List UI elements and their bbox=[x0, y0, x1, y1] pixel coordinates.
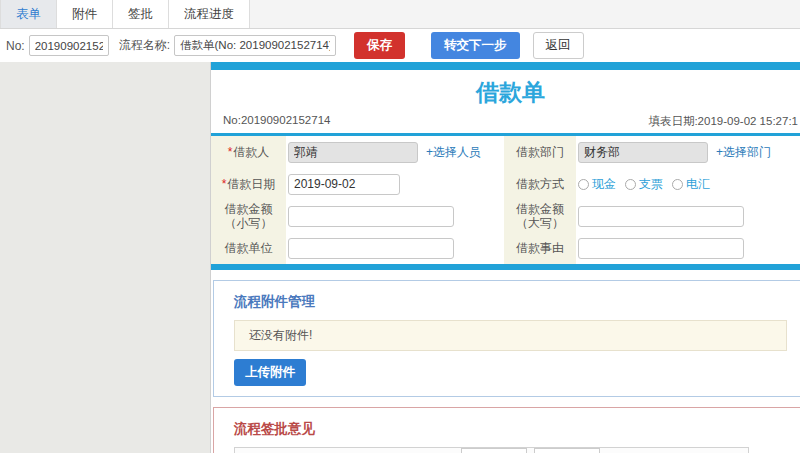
no-attachment-notice: 还没有附件! bbox=[234, 320, 787, 351]
top-accent-bar bbox=[211, 62, 800, 70]
approval-heading: 流程签批意见 bbox=[234, 420, 787, 438]
select-department-link[interactable]: +选择部门 bbox=[716, 144, 771, 161]
department-label: 借款部门 bbox=[504, 136, 576, 168]
flow-name-input[interactable] bbox=[174, 35, 336, 56]
radio-icon[interactable] bbox=[625, 179, 636, 190]
tab-attachments[interactable]: 附件 bbox=[57, 0, 113, 28]
loan-date-input[interactable] bbox=[288, 174, 400, 195]
loan-method-radios: 现金 支票 电汇 bbox=[578, 176, 710, 193]
save-button[interactable]: 保存 bbox=[354, 32, 405, 59]
required-mark: * bbox=[228, 145, 233, 159]
borrower-input[interactable] bbox=[288, 142, 418, 163]
loan-unit-label: 借款单位 bbox=[211, 232, 286, 264]
tab-bar: 表单 附件 签批 流程进度 bbox=[0, 0, 800, 29]
radio-cheque[interactable]: 支票 bbox=[625, 176, 663, 193]
tab-approval[interactable]: 签批 bbox=[113, 0, 169, 28]
page-title: 借款单 bbox=[211, 70, 800, 112]
command-bar: No: 流程名称: 保存 转交下一步 返回 bbox=[0, 29, 800, 62]
form-meta-row: No:20190902152714 填表日期:2019-09-02 15:27:… bbox=[211, 112, 800, 133]
approval-section: 流程签批意见 B I abc A ∞ ∞ ⚑ ≣ ≣ ⇤ ⇥ ” 样式 bbox=[213, 407, 800, 453]
loan-unit-input[interactable] bbox=[288, 238, 454, 259]
next-step-button[interactable]: 转交下一步 bbox=[431, 32, 520, 59]
amount-lower-input[interactable] bbox=[288, 206, 454, 227]
loan-reason-input[interactable] bbox=[578, 238, 744, 259]
back-button[interactable]: 返回 bbox=[533, 32, 584, 59]
bottom-accent-bar bbox=[211, 264, 800, 270]
loan-form-panel: 借款单 No:20190902152714 填表日期:2019-09-02 15… bbox=[210, 62, 800, 453]
form-date-text: 填表日期:2019-09-02 15:27:1 bbox=[648, 114, 798, 129]
tab-form[interactable]: 表单 bbox=[0, 0, 57, 28]
select-person-link[interactable]: +选择人员 bbox=[426, 144, 481, 161]
loan-method-label: 借款方式 bbox=[504, 168, 576, 200]
flow-name-label: 流程名称: bbox=[119, 37, 170, 54]
format-dropdown[interactable]: 格式 ▼ bbox=[534, 448, 600, 453]
radio-cash[interactable]: 现金 bbox=[578, 176, 616, 193]
borrower-label: *借款人 bbox=[211, 136, 286, 168]
amount-lower-label: 借款金额（小写） bbox=[211, 200, 286, 232]
amount-upper-input[interactable] bbox=[578, 206, 744, 227]
radio-icon[interactable] bbox=[672, 179, 683, 190]
department-input[interactable] bbox=[578, 142, 708, 163]
rich-text-editor: B I abc A ∞ ∞ ⚑ ≣ ≣ ⇤ ⇥ ” 样式 ▼ bbox=[234, 447, 749, 453]
editor-toolbar: B I abc A ∞ ∞ ⚑ ≣ ≣ ⇤ ⇥ ” 样式 ▼ bbox=[235, 448, 748, 453]
no-input[interactable] bbox=[29, 35, 109, 56]
amount-upper-label: 借款金额（大写） bbox=[504, 200, 576, 232]
tab-progress[interactable]: 流程进度 bbox=[169, 0, 250, 28]
loan-form-grid: *借款人 +选择人员 借款部门 +选择部门 *借款日期 借款方式 现金 bbox=[211, 136, 800, 264]
upload-attachment-button[interactable]: 上传附件 bbox=[234, 359, 306, 386]
no-label: No: bbox=[6, 39, 25, 53]
radio-wire[interactable]: 电汇 bbox=[672, 176, 710, 193]
attachment-heading: 流程附件管理 bbox=[234, 293, 787, 311]
required-mark: * bbox=[222, 177, 227, 191]
loan-reason-label: 借款事由 bbox=[504, 232, 576, 264]
styles-dropdown[interactable]: 样式 ▼ bbox=[461, 448, 527, 453]
attachment-section: 流程附件管理 还没有附件! 上传附件 bbox=[213, 280, 800, 397]
form-no-text: No:20190902152714 bbox=[223, 114, 330, 129]
loan-date-label: *借款日期 bbox=[211, 168, 286, 200]
radio-icon[interactable] bbox=[578, 179, 589, 190]
